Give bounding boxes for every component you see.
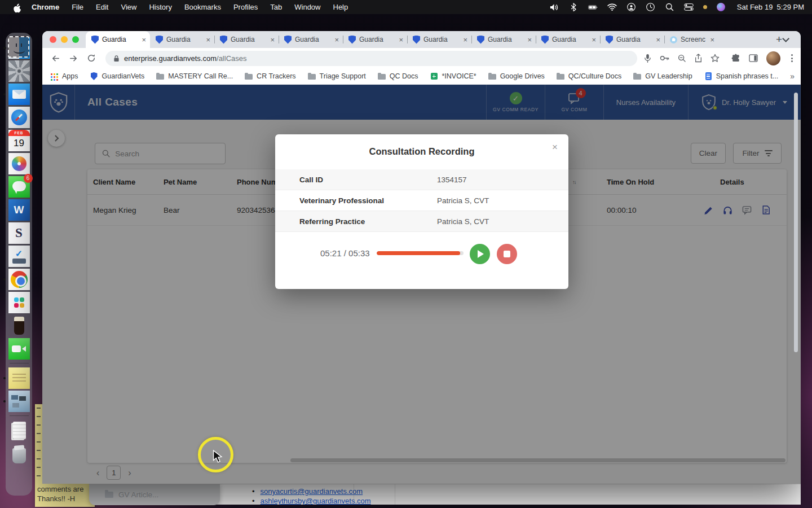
tab-search-chevron-icon[interactable]: [782, 35, 789, 42]
email-link[interactable]: ashleythursby@guardianvets.com: [261, 497, 371, 505]
bluetooth-icon[interactable]: [569, 3, 579, 11]
tab-close-icon[interactable]: ×: [142, 36, 146, 44]
browser-tab[interactable]: Guardia ×: [536, 31, 600, 48]
siri-icon[interactable]: [717, 3, 725, 11]
screenshot-selection-icon[interactable]: [8, 36, 29, 58]
play-button[interactable]: [470, 244, 490, 264]
minimize-window-button[interactable]: [61, 36, 68, 43]
browser-tab[interactable]: Guardia ×: [86, 31, 150, 48]
url-bar[interactable]: enterprise.guardianvets.com/allCases: [105, 51, 637, 66]
share-icon[interactable]: [695, 54, 702, 63]
bookmark-apps[interactable]: Apps: [50, 72, 78, 80]
menu-item[interactable]: View: [114, 3, 143, 11]
zoom-icon[interactable]: [678, 54, 686, 63]
bookmark-folder[interactable]: GV Leadership: [633, 72, 692, 80]
menu-item[interactable]: Bookmarks: [178, 3, 227, 11]
tab-close-icon[interactable]: ×: [206, 36, 210, 44]
volume-icon[interactable]: [550, 3, 559, 11]
control-center-icon[interactable]: [684, 3, 694, 11]
browser-tab[interactable]: Guardia ×: [407, 31, 471, 48]
bookmark-folder[interactable]: Triage Support: [308, 72, 366, 80]
tab-close-icon[interactable]: ×: [399, 36, 403, 44]
documents-stack-icon[interactable]: [8, 420, 30, 441]
browser-tab[interactable]: Guardia ×: [343, 31, 407, 48]
tab-close-icon[interactable]: ×: [710, 36, 714, 44]
messages-icon[interactable]: 6: [8, 176, 30, 198]
browser-tab[interactable]: Guardia ×: [600, 31, 664, 48]
reload-button[interactable]: [84, 51, 99, 65]
new-tab-button[interactable]: +: [776, 33, 782, 46]
tab-close-icon[interactable]: ×: [592, 36, 596, 44]
menu-item[interactable]: Edit: [90, 3, 114, 11]
maximize-window-button[interactable]: [72, 36, 79, 43]
bookmarks-overflow-icon[interactable]: »: [790, 72, 795, 81]
things-icon[interactable]: ✓: [8, 246, 30, 267]
word-icon[interactable]: W: [8, 199, 30, 221]
voice-search-icon[interactable]: [644, 54, 651, 63]
tab-close-icon[interactable]: ×: [334, 36, 339, 44]
bookmark-invoice[interactable]: *INVOICE*: [430, 72, 476, 80]
user-account-icon[interactable]: [626, 3, 636, 11]
mouse-cursor: [211, 450, 224, 463]
bookmark-folder[interactable]: QC/Culture Docs: [557, 72, 621, 80]
password-key-icon[interactable]: [660, 55, 669, 62]
safari-icon[interactable]: [8, 107, 30, 128]
dock-item[interactable]: [10, 415, 29, 416]
browser-menu-icon[interactable]: [789, 54, 795, 62]
slack-icon[interactable]: [8, 292, 30, 313]
menu-item[interactable]: History: [143, 3, 178, 11]
tab-close-icon[interactable]: ×: [656, 36, 660, 44]
menubar-clock[interactable]: Sat Feb 19 5:29 PM: [737, 3, 804, 11]
chrome-icon[interactable]: [8, 269, 30, 290]
scrivener-icon[interactable]: S: [8, 222, 30, 244]
dock-item[interactable]: [10, 363, 29, 364]
vertical-scrollbar[interactable]: [794, 93, 798, 352]
bookmark-folder[interactable]: CR Trackers: [245, 72, 295, 80]
browser-tab[interactable]: Guardia ×: [471, 31, 536, 48]
progress-bar[interactable]: [377, 251, 464, 255]
menu-item[interactable]: File: [65, 3, 90, 11]
back-button[interactable]: [48, 51, 63, 65]
close-window-button[interactable]: [50, 36, 56, 43]
battery-icon[interactable]: [588, 3, 598, 11]
forward-button[interactable]: [66, 51, 81, 65]
bookmark-doc[interactable]: Spanish phrases t...: [704, 72, 778, 80]
stop-button[interactable]: [497, 244, 517, 264]
clock-icon[interactable]: [646, 3, 655, 11]
beer-app-icon[interactable]: [8, 315, 30, 336]
menu-item[interactable]: Tab: [264, 3, 288, 11]
browser-tab[interactable]: Guardia ×: [214, 31, 279, 48]
mail-icon[interactable]: [8, 84, 30, 105]
minimized-window-icon[interactable]: [8, 391, 30, 412]
email-link[interactable]: sonyacurtis@guardianvets.com: [261, 487, 363, 496]
bookmark-folder[interactable]: QC Docs: [378, 72, 418, 80]
system-settings-icon[interactable]: [8, 60, 30, 82]
profile-avatar[interactable]: [766, 51, 780, 65]
browser-tab[interactable]: Screenc ×: [664, 31, 718, 48]
browser-tab[interactable]: Guardia ×: [150, 31, 214, 48]
tab-close-icon[interactable]: ×: [270, 36, 275, 44]
bookmark-star-icon[interactable]: [710, 54, 720, 63]
gv-article-download-tab[interactable]: GV Article...: [89, 484, 220, 505]
menu-item[interactable]: Help: [327, 3, 355, 11]
bookmark-folder[interactable]: MASTERY Call Re...: [156, 72, 233, 80]
facetime-icon[interactable]: [8, 338, 30, 360]
tab-close-icon[interactable]: ×: [527, 36, 532, 44]
trash-icon[interactable]: [8, 443, 30, 465]
bookmark-folder[interactable]: Google Drives: [488, 72, 545, 80]
wifi-icon[interactable]: [607, 3, 617, 11]
photos-icon[interactable]: [8, 153, 30, 174]
browser-tab[interactable]: Guardia ×: [279, 31, 343, 48]
calendar-icon[interactable]: FEB 19: [8, 130, 30, 151]
apple-menu-icon[interactable]: [12, 3, 21, 12]
menu-item[interactable]: Chrome: [32, 3, 65, 11]
bookmark-guardianvets[interactable]: GuardianVets: [90, 72, 145, 80]
spotlight-search-icon[interactable]: [665, 3, 674, 11]
side-panel-icon[interactable]: [749, 54, 758, 62]
stickies-icon[interactable]: [8, 367, 30, 389]
close-icon[interactable]: ×: [552, 142, 558, 153]
extensions-puzzle-icon[interactable]: [731, 54, 740, 63]
menu-item[interactable]: Window: [288, 3, 326, 11]
menu-item[interactable]: Profiles: [227, 3, 264, 11]
tab-close-icon[interactable]: ×: [463, 36, 467, 44]
